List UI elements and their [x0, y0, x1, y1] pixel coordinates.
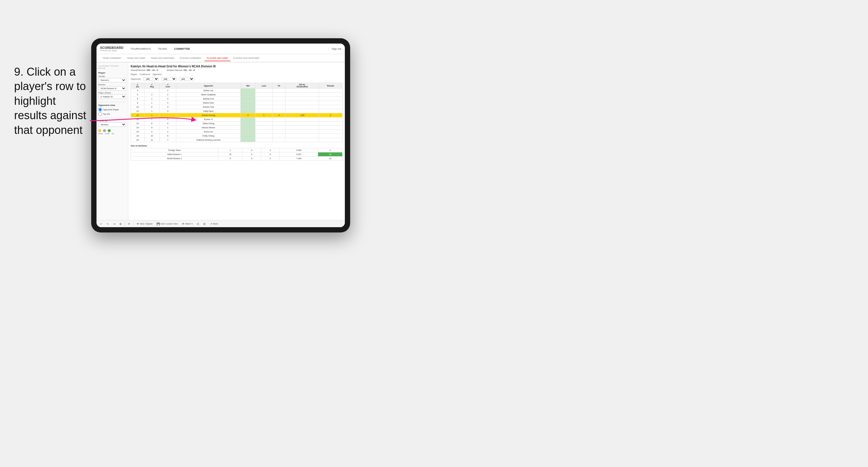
sub-nav-team-summary[interactable]: TEAM SUMMARY — [100, 56, 124, 61]
nav-committee[interactable]: COMMITTEE — [173, 47, 191, 51]
sub-nav-player-h2h-heatmap[interactable]: PLAYER H2H HEATMAP — [231, 56, 262, 61]
sign-out-link[interactable]: Sign out — [332, 48, 341, 50]
sub-nav-team-h2h-grid[interactable]: TEAM H2H GRID — [124, 56, 148, 61]
copy-btn[interactable]: ⊞ — [118, 222, 123, 226]
sub-nav-player-h2h-grid[interactable]: PLAYER H2H GRID — [205, 56, 230, 61]
player-section-title: Player — [98, 71, 126, 74]
gender-label: Gender — [98, 75, 126, 77]
out-of-division-header: Out of division — [131, 145, 342, 147]
forward-btn[interactable]: ⇥ — [112, 222, 117, 226]
top-100-radio[interactable]: Top 100 — [98, 112, 126, 116]
region-filter-group: Region — [131, 73, 137, 75]
col-rounds: Rounds — [319, 83, 342, 89]
table-row[interactable]: 1585Stella Cheng — [131, 122, 342, 126]
table-row[interactable]: 20117Federica Domecq Lacroze — [131, 138, 342, 142]
table-row[interactable]: 31Esther Lee — [131, 89, 342, 93]
colour-by-select[interactable]: Win/loss — [98, 122, 126, 127]
division-record-value: 331 - 34 - 6 — [183, 69, 194, 71]
table-row[interactable]: 613Sydney Kuo — [131, 97, 342, 101]
table-row-highlighted[interactable]: 13 1 Jessica Huang 0 1 0 -3.00 2 — [131, 113, 342, 117]
main-content: Last Updated: 27/03/2024 16:55:38 Player… — [96, 62, 345, 220]
nav-left: SCOREBOARD Powered by clippd TOURNAMENTS… — [100, 46, 191, 52]
col-reg: #Reg — [144, 83, 159, 89]
sub-nav-player-summary[interactable]: PLAYER SUMMARY — [178, 56, 204, 61]
dot-down — [98, 129, 101, 132]
expand-btn[interactable]: ⊞ — [202, 222, 207, 226]
logo-powered: Powered by clippd — [100, 50, 123, 52]
col-opponent: Opponent — [176, 83, 241, 89]
table-row[interactable]: NAIA Division 1 15009.26730 — [131, 152, 342, 157]
toolbar: ↩ ↪ ⇥ ⊞ ⟳ 👁 View: Original 💾 Save Custom… — [96, 220, 345, 227]
opponent-select-filter[interactable]: (All) — [179, 77, 194, 81]
grid-area: Katelyn Vo Head-to-Head Grid for Women's… — [128, 62, 345, 220]
dot-labels: Down Level Up — [98, 133, 126, 134]
region-label: Region — [131, 73, 137, 75]
sub-nav-team-h2h-heatmap[interactable]: TEAM H2H HEATMAP — [148, 56, 177, 61]
refresh-btn[interactable]: ⟳ — [127, 222, 131, 226]
opponent-view-section: Opponent view Opponents Played Top 100 — [98, 104, 126, 116]
redo-btn[interactable]: ↪ — [105, 222, 110, 226]
colour-by-label: Colour by — [98, 120, 126, 122]
view-original-btn[interactable]: 👁 View: Original — [135, 222, 154, 226]
table-row[interactable]: 914Sharon Mun — [131, 101, 342, 105]
tablet-frame: SCOREBOARD Powered by clippd TOURNAMENTS… — [91, 38, 350, 232]
toolbar-sep-1 — [125, 222, 125, 226]
conference-filter-group: Conference — [140, 73, 150, 75]
gender-select[interactable]: Women's — [98, 78, 126, 83]
col-div: #Div — [131, 83, 145, 89]
col-diff: Diff AvStrokes/Rnd — [285, 83, 319, 89]
table-row[interactable]: 1063Andrea York — [131, 105, 342, 109]
tablet-screen: SCOREBOARD Powered by clippd TOURNAMENTS… — [96, 43, 345, 227]
table-row[interactable]: 1474Eunice Yi — [131, 117, 342, 122]
overall-record-label: Overall Record: — [131, 69, 146, 71]
last-updated: Last Updated: 27/03/2024 16:55:38 — [98, 65, 126, 70]
colour-dots — [98, 129, 126, 132]
filters-row: Region Conference Opponent — [131, 73, 342, 75]
share-btn[interactable]: ↗ Share — [209, 222, 219, 226]
annotation-text: 9. Click on a player's row to highlight … — [14, 65, 91, 137]
nav-teams[interactable]: TEAMS — [157, 47, 168, 51]
radio-group: Opponents Played Top 100 — [98, 108, 126, 116]
opponents-label: Opponents: — [131, 78, 141, 80]
layout-btn[interactable]: ⊡ — [196, 222, 200, 226]
player-rank-label: Player (Rank) — [98, 92, 126, 94]
table-row[interactable]: 1313Haeji Hyun — [131, 109, 342, 113]
nav-right: | Sign out — [329, 48, 341, 50]
table-row[interactable]: 1822Euna Lee — [131, 130, 342, 134]
filters-selects-row: Opponents: (All) (All) (All) — [131, 77, 342, 81]
table-row[interactable]: 1691Jessica Mason — [131, 126, 342, 130]
opponent-view-title: Opponent view — [98, 104, 126, 106]
opponents-played-radio[interactable]: Opponents Played — [98, 108, 126, 112]
division-label: Division — [98, 84, 126, 86]
grid-title: Katelyn Vo Head-to-Head Grid for Women's… — [131, 65, 342, 68]
watch-btn[interactable]: 👁 Watch ▾ — [181, 222, 194, 226]
col-loss: Loss — [255, 83, 273, 89]
table-row[interactable]: 522Alexis Sudjianto — [131, 93, 342, 97]
opponent-filter-group: Opponent — [152, 73, 161, 75]
out-of-division-table: Foreign Team 1004.5002 NAIA Division 1 1… — [131, 148, 342, 161]
dot-level — [103, 129, 106, 132]
table-row[interactable]: NCAA Division 2 5007.40010 — [131, 157, 342, 161]
sidebar: Last Updated: 27/03/2024 16:55:38 Player… — [96, 62, 128, 220]
colour-section: Colour by Win/loss Down Level Up — [98, 120, 126, 134]
undo-btn[interactable]: ↩ — [99, 222, 103, 226]
save-custom-btn[interactable]: 💾 Save Custom View — [155, 222, 179, 226]
conference-select-filter[interactable]: (All) — [161, 77, 177, 81]
col-win: Win — [241, 83, 255, 89]
region-select-filter[interactable]: (All) — [144, 77, 159, 81]
nav-tournaments[interactable]: TOURNAMENTS — [129, 47, 152, 51]
col-conf: #Conf — [159, 83, 176, 89]
col-tie: Tie — [273, 83, 285, 89]
player-rank-select[interactable]: 8. Katelyn Vo — [98, 94, 126, 99]
table-row[interactable]: 19106Emily Chang — [131, 134, 342, 138]
conference-label: Conference — [140, 73, 150, 75]
sub-nav: TEAM SUMMARY TEAM H2H GRID TEAM H2H HEAT… — [96, 54, 345, 62]
table-row[interactable]: Foreign Team 1004.5002 — [131, 148, 342, 152]
nav-bar: SCOREBOARD Powered by clippd TOURNAMENTS… — [96, 43, 345, 54]
division-select[interactable]: NCAA Division III — [98, 86, 126, 91]
division-record-label: Division Record: — [167, 69, 183, 71]
dot-up — [108, 129, 111, 132]
main-table: #Div #Reg #Conf Opponent Win Loss Tie Di… — [131, 83, 342, 142]
logo: SCOREBOARD Powered by clippd — [100, 46, 123, 52]
overall-record-value: 353 - 34 - 6 — [147, 69, 158, 71]
